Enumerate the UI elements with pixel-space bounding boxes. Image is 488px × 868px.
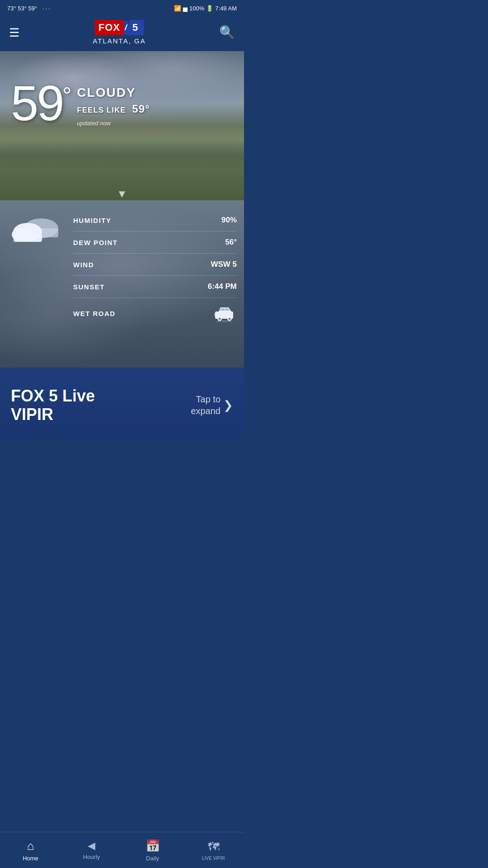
- details-table: HUMIDITY 90% DEW POINT 56° WIND WSW 5 SU…: [73, 209, 237, 329]
- search-icon[interactable]: 🔍: [219, 25, 235, 40]
- details-content: HUMIDITY 90% DEW POINT 56° WIND WSW 5 SU…: [0, 200, 244, 338]
- vipir-section[interactable]: FOX 5 Live VIPIR Tap to expand ❯: [0, 368, 244, 440]
- vipir-expand-button[interactable]: Tap to expand ❯: [191, 393, 233, 417]
- dew-point-label: DEW POINT: [73, 239, 118, 246]
- hamburger-menu-icon[interactable]: ☰: [9, 27, 19, 38]
- wind-value: WSW 5: [211, 260, 237, 269]
- wind-label: WIND: [73, 261, 94, 269]
- feels-like-label: FEELS LIKE: [77, 106, 126, 114]
- time-display: 7:49 AM: [215, 5, 237, 12]
- cloud-icon: [7, 214, 61, 245]
- logo-fox-text: FOX: [95, 20, 124, 35]
- svg-point-10: [219, 318, 221, 320]
- sunset-label: SUNSET: [73, 283, 105, 291]
- svg-line-14: [214, 315, 216, 316]
- wind-row: WIND WSW 5: [73, 254, 237, 276]
- battery-icon: 🔋: [206, 5, 213, 12]
- wet-road-icon-area: [213, 304, 237, 322]
- logo-area: FOX / 5 ATLANTA, GA: [93, 20, 145, 45]
- svg-rect-4: [14, 235, 42, 242]
- chevron-down-icon: ▼: [117, 188, 127, 200]
- vipir-chevron-right-icon: ❯: [223, 398, 233, 412]
- wifi-icon: 📶: [174, 5, 181, 12]
- feels-like-value: 59°: [132, 103, 150, 115]
- current-temperature: 59°: [11, 78, 70, 128]
- vipir-tap-text: Tap to expand: [191, 393, 221, 417]
- status-temps: 73° 53° 59° ···: [7, 5, 52, 12]
- wet-road-car-icon: [213, 304, 237, 322]
- humidity-row: HUMIDITY 90%: [73, 209, 237, 231]
- status-bar: 73° 53° 59° ··· 📶 ▅ 100% 🔋 7:49 AM: [0, 0, 244, 16]
- feels-like-row: FEELS LIKE 59°: [77, 103, 150, 115]
- battery-level: 100%: [189, 5, 204, 12]
- sunset-value: 6:44 PM: [208, 282, 237, 291]
- fox5-logo: FOX / 5: [95, 20, 144, 35]
- weather-hero: 59° CLOUDY FEELS LIKE 59° updated now ▼: [0, 51, 244, 200]
- condition-label: CLOUDY: [77, 85, 150, 100]
- hero-right-info: CLOUDY FEELS LIKE 59° updated now: [77, 85, 150, 127]
- wet-road-row: WET ROAD: [73, 298, 237, 329]
- cloud-icon-area: [7, 209, 66, 329]
- vipir-title: FOX 5 Live VIPIR: [11, 387, 95, 424]
- status-right: 📶 ▅ 100% 🔋 7:49 AM: [174, 5, 237, 12]
- humidity-label: HUMIDITY: [73, 217, 112, 224]
- dew-point-row: DEW POINT 56°: [73, 231, 237, 254]
- sunset-row: SUNSET 6:44 PM: [73, 276, 237, 298]
- logo-number-text: 5: [127, 20, 144, 35]
- wet-road-label: WET ROAD: [73, 310, 116, 317]
- city-label: ATLANTA, GA: [93, 37, 145, 45]
- signal-icon: ▅: [183, 5, 188, 12]
- weather-details-section: HUMIDITY 90% DEW POINT 56° WIND WSW 5 SU…: [0, 200, 244, 368]
- hero-content: 59° CLOUDY FEELS LIKE 59° updated now: [0, 51, 244, 137]
- logo-slash: /: [124, 21, 128, 34]
- humidity-value: 90%: [221, 216, 237, 225]
- dew-point-value: 56°: [225, 238, 237, 247]
- updated-text: updated now: [77, 120, 150, 127]
- svg-point-12: [229, 318, 231, 320]
- app-header: ☰ FOX / 5 ATLANTA, GA 🔍: [0, 16, 244, 51]
